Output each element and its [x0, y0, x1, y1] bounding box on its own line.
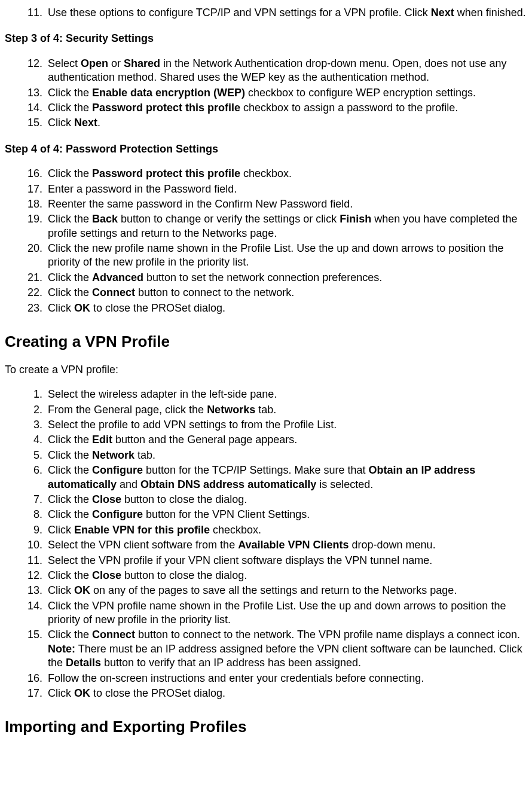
vpn-intro: To create a VPN profile:: [5, 363, 532, 377]
list-item: Click the Enable data encryption (WEP) c…: [45, 86, 532, 100]
list-item: Follow the on-screen instructions and en…: [45, 672, 532, 685]
list-item: Click OK to close the PROSet dialog.: [45, 301, 532, 315]
list-item: Reenter the same password in the Confirm…: [45, 197, 532, 211]
heading-creating-vpn-profile: Creating a VPN Profile: [5, 332, 532, 352]
list-item: Click the VPN profile name shown in the …: [45, 599, 532, 627]
list-item: Click the Back button to change or verif…: [45, 212, 532, 240]
list-item: Click the new profile name shown in the …: [45, 242, 532, 270]
step4-heading: Step 4 of 4: Password Protection Setting…: [5, 142, 532, 156]
list-item: Select the VPN client software from the …: [45, 538, 532, 552]
vpn-list: Select the wireless adapter in the left-…: [5, 388, 532, 700]
document-page: Use these options to configure TCP/IP an…: [0, 0, 532, 754]
list-item: From the General page, click the Network…: [45, 403, 532, 417]
list-item: Select the wireless adapter in the left-…: [45, 388, 532, 401]
list-item: Click the Password protect this profile …: [45, 167, 532, 181]
list-item: Use these options to configure TCP/IP an…: [45, 6, 532, 20]
list-item: Click the Network tab.: [45, 449, 532, 462]
step3-list: Select Open or Shared in the Network Aut…: [5, 57, 532, 130]
list-item: Click the Configure button for the TCP/I…: [45, 463, 532, 492]
list-item: Click OK to close the PROSet dialog.: [45, 687, 532, 700]
list-item: Click the Close button to close the dial…: [45, 493, 532, 507]
step4-list: Click the Password protect this profile …: [5, 167, 532, 315]
list-item: Click Next.: [45, 116, 532, 130]
list-item: Enter a password in the Password field.: [45, 182, 532, 196]
list-item: Click the Advanced button to set the net…: [45, 271, 532, 285]
heading-importing-exporting-profiles: Importing and Exporting Profiles: [5, 717, 532, 737]
step3-heading: Step 3 of 4: Security Settings: [5, 32, 532, 45]
list-item: Select the profile to add VPN settings t…: [45, 418, 532, 432]
list-item: Click the Close button to close the dial…: [45, 569, 532, 582]
list-item: Select Open or Shared in the Network Aut…: [45, 57, 532, 85]
list-item: Click OK on any of the pages to save all…: [45, 584, 532, 597]
list-item: Select the VPN profile if your VPN clien…: [45, 554, 532, 568]
step2-list-continued: Use these options to configure TCP/IP an…: [5, 6, 532, 20]
list-item: Click the Password protect this profile …: [45, 101, 532, 115]
list-item: Click the Edit button and the General pa…: [45, 433, 532, 447]
list-item: Click the Connect button to connect to t…: [45, 628, 532, 670]
list-item: Click the Connect button to connect to t…: [45, 286, 532, 300]
list-item: Click Enable VPN for this profile checkb…: [45, 523, 532, 537]
list-item: Click the Configure button for the VPN C…: [45, 508, 532, 521]
